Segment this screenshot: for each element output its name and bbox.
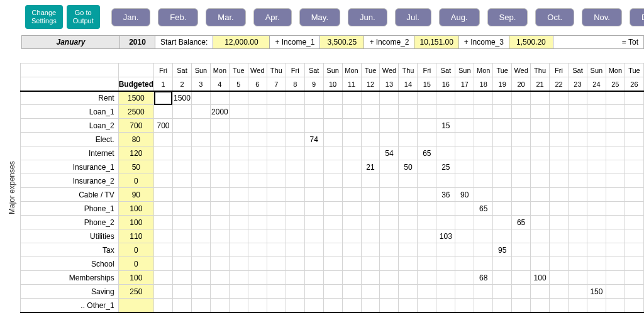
grid-cell[interactable] xyxy=(229,174,248,188)
grid-cell[interactable] xyxy=(172,229,191,243)
grid-cell[interactable] xyxy=(154,202,173,216)
grid-cell[interactable] xyxy=(531,216,550,229)
month-tab-aug[interactable]: Aug. xyxy=(439,8,480,26)
grid-cell[interactable] xyxy=(512,271,531,285)
grid-cell[interactable] xyxy=(550,257,569,271)
grid-cell[interactable] xyxy=(436,174,455,188)
grid-cell[interactable] xyxy=(191,119,210,133)
grid-cell[interactable] xyxy=(625,299,643,312)
month-tab-jan[interactable]: Jan. xyxy=(111,8,151,26)
grid-cell[interactable] xyxy=(342,229,361,243)
grid-cell[interactable] xyxy=(267,257,286,271)
grid-cell[interactable] xyxy=(154,133,173,146)
grid-cell[interactable] xyxy=(493,119,512,133)
day-header-25[interactable]: 25 xyxy=(606,77,625,91)
grid-cell[interactable] xyxy=(248,285,267,299)
budget-cell[interactable]: 100 xyxy=(118,216,153,229)
grid-cell[interactable] xyxy=(587,91,606,105)
grid-cell[interactable] xyxy=(455,160,474,174)
grid-cell[interactable] xyxy=(474,285,493,299)
grid-cell[interactable] xyxy=(606,202,625,216)
grid-cell[interactable] xyxy=(399,188,418,202)
budget-cell[interactable]: 120 xyxy=(118,146,153,160)
grid-cell[interactable] xyxy=(606,146,625,160)
grid-cell[interactable] xyxy=(606,299,625,312)
grid-cell[interactable] xyxy=(210,133,229,146)
grid-cell[interactable] xyxy=(587,146,606,160)
grid-cell[interactable] xyxy=(418,216,436,229)
grid-cell[interactable] xyxy=(625,133,643,146)
grid-cell[interactable] xyxy=(550,285,569,299)
grid-cell[interactable] xyxy=(568,202,587,216)
grid-cell[interactable] xyxy=(550,188,569,202)
grid-cell[interactable]: 90 xyxy=(455,188,474,202)
grid-cell[interactable] xyxy=(550,91,569,105)
grid-cell[interactable] xyxy=(436,133,455,146)
grid-cell[interactable] xyxy=(210,188,229,202)
grid-cell[interactable] xyxy=(342,160,361,174)
grid-cell[interactable] xyxy=(512,257,531,271)
day-header-4[interactable]: 4 xyxy=(210,77,229,91)
grid-cell[interactable] xyxy=(455,229,474,243)
grid-cell[interactable] xyxy=(361,91,380,105)
grid-cell[interactable] xyxy=(455,174,474,188)
grid-cell[interactable] xyxy=(286,119,304,133)
grid-cell[interactable] xyxy=(304,271,323,285)
grid-cell[interactable] xyxy=(361,243,380,257)
grid-cell[interactable] xyxy=(512,229,531,243)
grid-cell[interactable] xyxy=(267,229,286,243)
grid-cell[interactable] xyxy=(399,257,418,271)
grid-cell[interactable] xyxy=(323,146,342,160)
grid-cell[interactable] xyxy=(267,174,286,188)
grid-cell[interactable] xyxy=(229,271,248,285)
grid-cell[interactable] xyxy=(304,285,323,299)
grid-cell[interactable] xyxy=(587,119,606,133)
grid-cell[interactable] xyxy=(323,216,342,229)
grid-cell[interactable] xyxy=(399,133,418,146)
grid-cell[interactable] xyxy=(191,229,210,243)
grid-cell[interactable] xyxy=(304,174,323,188)
grid-cell[interactable] xyxy=(154,146,173,160)
grid-cell[interactable] xyxy=(267,202,286,216)
month-tab-apr[interactable]: Apr. xyxy=(253,8,292,26)
grid-cell[interactable] xyxy=(191,146,210,160)
grid-cell[interactable] xyxy=(342,146,361,160)
grid-cell[interactable] xyxy=(248,257,267,271)
grid-cell[interactable] xyxy=(568,119,587,133)
grid-cell[interactable] xyxy=(512,202,531,216)
grid-cell[interactable] xyxy=(474,105,493,119)
income1-value[interactable]: 3,500.25 xyxy=(320,36,364,48)
budget-cell[interactable]: 50 xyxy=(118,160,153,174)
grid-cell[interactable] xyxy=(550,243,569,257)
grid-cell[interactable] xyxy=(286,160,304,174)
grid-cell[interactable] xyxy=(399,105,418,119)
grid-cell[interactable] xyxy=(154,257,173,271)
grid-cell[interactable] xyxy=(493,216,512,229)
grid-cell[interactable] xyxy=(229,285,248,299)
income3-value[interactable]: 1,500.20 xyxy=(509,36,553,48)
grid-cell[interactable] xyxy=(210,160,229,174)
day-header-1[interactable]: 1 xyxy=(154,77,173,91)
grid-cell[interactable]: 54 xyxy=(380,146,399,160)
grid-cell[interactable] xyxy=(248,271,267,285)
budget-cell[interactable]: 250 xyxy=(118,285,153,299)
grid-cell[interactable] xyxy=(210,285,229,299)
grid-cell[interactable] xyxy=(493,133,512,146)
grid-cell[interactable] xyxy=(342,91,361,105)
grid-cell[interactable] xyxy=(606,285,625,299)
budget-cell[interactable]: 100 xyxy=(118,202,153,216)
grid-cell[interactable] xyxy=(154,216,173,229)
grid-cell[interactable] xyxy=(323,133,342,146)
grid-cell[interactable] xyxy=(380,257,399,271)
grid-cell[interactable] xyxy=(399,216,418,229)
grid-cell[interactable] xyxy=(172,146,191,160)
grid-cell[interactable] xyxy=(304,188,323,202)
grid-cell[interactable] xyxy=(455,257,474,271)
grid-cell[interactable] xyxy=(436,257,455,271)
grid-cell[interactable] xyxy=(418,133,436,146)
grid-cell[interactable] xyxy=(512,91,531,105)
grid-cell[interactable] xyxy=(172,257,191,271)
grid-cell[interactable] xyxy=(380,243,399,257)
budget-cell[interactable]: 1500 xyxy=(118,91,153,105)
grid-cell[interactable]: 50 xyxy=(399,160,418,174)
